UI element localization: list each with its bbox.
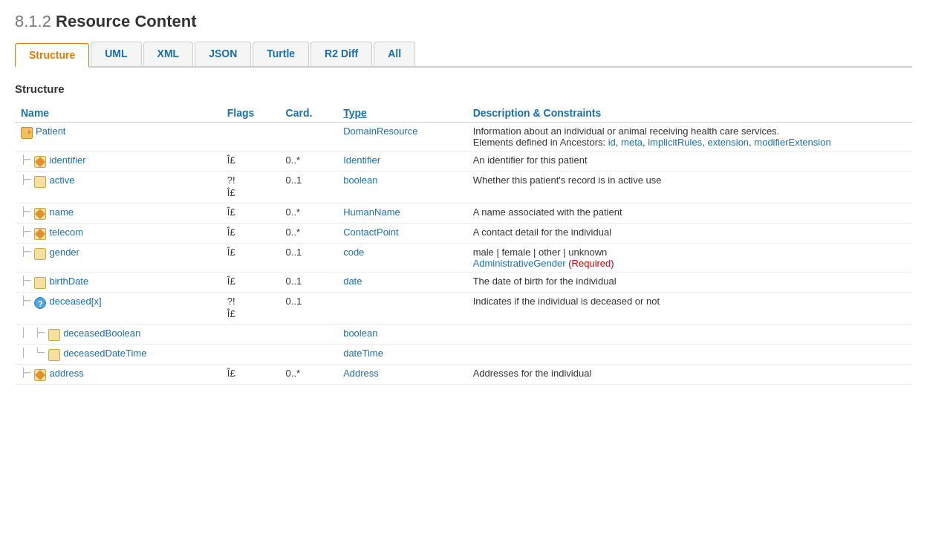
tree-prefix: ├─ <box>21 296 30 306</box>
tab-turtle[interactable]: Turtle <box>253 42 309 66</box>
table-row: │ ├─deceasedBooleanboolean <box>15 324 912 344</box>
tree-prefix: ├─ <box>21 175 30 185</box>
link-administrativegender[interactable]: AdministrativeGender <box>473 258 566 269</box>
col-header-name: Name <box>15 104 221 123</box>
type-cell-gender[interactable]: code <box>337 243 466 272</box>
flags-cell-name: Î£ <box>221 203 280 223</box>
tree-prefix: ├─ <box>21 247 30 257</box>
desc-cell-address: Addresses for the individual <box>467 364 912 384</box>
table-row: │ └─deceasedDateTimedateTime <box>15 344 912 364</box>
type-link-address[interactable]: Address <box>343 368 379 379</box>
card-cell-deceasedBoolean <box>280 324 338 344</box>
col-header-type: Type <box>337 104 466 123</box>
table-row: ├─addressÎ£0..*AddressAddresses for the … <box>15 364 912 384</box>
link-implicitrules[interactable]: implicitRules <box>648 137 702 148</box>
card-cell-deceasedDateTime <box>280 344 338 364</box>
field-name-link-birthdate[interactable]: birthDate <box>49 276 88 287</box>
tab-json[interactable]: JSON <box>195 42 251 66</box>
type-cell-name[interactable]: HumanName <box>337 203 466 223</box>
table-row: ├─telecomÎ£0..*ContactPointA contact det… <box>15 223 912 243</box>
type-cell-deceasedDateTime[interactable]: dateTime <box>337 344 466 364</box>
element-icon <box>34 176 46 188</box>
field-name-link-deceasedBoolean[interactable]: deceasedBoolean <box>63 328 140 339</box>
flags-cell-deceasedDateTime <box>221 344 280 364</box>
table-header-row: NameFlagsCard.TypeDescription & Constrai… <box>15 104 912 123</box>
flags-cell-telecom: Î£ <box>221 223 280 243</box>
tab-r2diff[interactable]: R2 Diff <box>310 42 372 66</box>
element-diamond-icon <box>34 156 46 168</box>
link-extension[interactable]: extension <box>707 137 749 148</box>
card-cell-birthdate: 0..1 <box>280 272 338 292</box>
type-cell-birthdate[interactable]: date <box>337 272 466 292</box>
tab-xml[interactable]: XML <box>143 42 194 66</box>
table-row: ├─nameÎ£0..*HumanNameA name associated w… <box>15 203 912 223</box>
desc-cell-gender: male | female | other | unknownAdministr… <box>467 243 912 272</box>
card-cell-address: 0..* <box>280 364 338 384</box>
flags-cell-identifier: Î£ <box>221 152 280 172</box>
flags-cell-address: Î£ <box>221 364 280 384</box>
desc-cell-identifier: An identifier for this patient <box>467 152 912 172</box>
element-icon <box>48 349 60 361</box>
type-link-identifier[interactable]: Identifier <box>343 154 380 166</box>
table-row: ├─active?!Î£0..1booleanWhether this pati… <box>15 172 912 204</box>
field-name-link-address[interactable]: address <box>49 368 83 379</box>
col-header-desc: Description & Constraints <box>467 104 912 123</box>
card-cell-deceased: 0..1 <box>280 292 338 324</box>
desc-cell-deceased: Indicates if the individual is deceased … <box>467 292 912 324</box>
name-cell-deceasedBoolean: │ ├─deceasedBoolean <box>21 328 215 341</box>
desc-cell-deceasedBoolean <box>467 324 912 344</box>
flags-cell-deceasedBoolean <box>221 324 280 344</box>
page-title: 8.1.2 Resource Content <box>15 12 912 31</box>
link-meta[interactable]: meta <box>621 137 643 148</box>
table-row: PatientDomainResourceInformation about a… <box>15 123 912 152</box>
link-id[interactable]: id <box>608 137 616 148</box>
flags-cell-deceased: ?!Î£ <box>221 292 280 324</box>
type-link-patient[interactable]: DomainResource <box>343 126 417 137</box>
desc-cell-deceasedDateTime <box>467 344 912 364</box>
required-badge: Required <box>572 258 611 269</box>
name-cell-address: ├─address <box>21 368 215 381</box>
type-cell-deceasedBoolean[interactable]: boolean <box>337 324 466 344</box>
tree-prefix: │ └─ <box>21 348 44 358</box>
field-name-link-name[interactable]: name <box>49 206 74 218</box>
tree-prefix: ├─ <box>21 276 30 286</box>
type-link-active[interactable]: boolean <box>343 175 377 186</box>
tab-all[interactable]: All <box>374 42 415 66</box>
field-name-link-gender[interactable]: gender <box>49 247 79 258</box>
type-cell-active[interactable]: boolean <box>337 172 466 204</box>
field-name-link-deceasedDateTime[interactable]: deceasedDateTime <box>63 348 146 359</box>
link-modifierextension[interactable]: modifierExtension <box>754 137 830 148</box>
type-cell-deceased <box>337 292 466 324</box>
field-name-link-active[interactable]: active <box>49 175 74 186</box>
type-link-deceasedDateTime[interactable]: dateTime <box>343 348 383 359</box>
field-name-link-telecom[interactable]: telecom <box>49 227 83 238</box>
field-name-link-identifier[interactable]: identifier <box>49 154 85 166</box>
tree-prefix: ├─ <box>21 206 30 217</box>
name-cell-active: ├─active <box>21 175 215 188</box>
flags-cell-patient <box>221 123 280 152</box>
type-cell-telecom[interactable]: ContactPoint <box>337 223 466 243</box>
element-icon <box>48 329 60 341</box>
name-cell-deceasedDateTime: │ └─deceasedDateTime <box>21 348 215 361</box>
type-link-telecom[interactable]: ContactPoint <box>343 227 398 238</box>
element-diamond-icon <box>34 208 46 220</box>
tab-uml[interactable]: UML <box>91 42 141 66</box>
tree-prefix: ├─ <box>21 368 30 378</box>
type-link-name[interactable]: HumanName <box>343 206 400 218</box>
card-cell-patient <box>280 123 338 152</box>
name-cell-identifier: ├─identifier <box>21 154 215 168</box>
card-cell-gender: 0..1 <box>280 243 338 272</box>
type-link-deceasedBoolean[interactable]: boolean <box>343 328 377 339</box>
type-cell-address[interactable]: Address <box>337 364 466 384</box>
card-cell-identifier: 0..* <box>280 152 338 172</box>
type-cell-identifier[interactable]: Identifier <box>337 152 466 172</box>
type-link-gender[interactable]: code <box>343 247 364 258</box>
type-link-birthdate[interactable]: date <box>343 276 362 287</box>
field-name-link-patient[interactable]: Patient <box>36 126 65 137</box>
structure-table: NameFlagsCard.TypeDescription & Constrai… <box>15 104 912 385</box>
type-cell-patient[interactable]: DomainResource <box>337 123 466 152</box>
tab-structure[interactable]: Structure <box>15 43 89 68</box>
card-cell-telecom: 0..* <box>280 223 338 243</box>
field-name-link-deceased[interactable]: deceased[x] <box>49 296 101 307</box>
name-cell-birthdate: ├─birthDate <box>21 276 215 289</box>
